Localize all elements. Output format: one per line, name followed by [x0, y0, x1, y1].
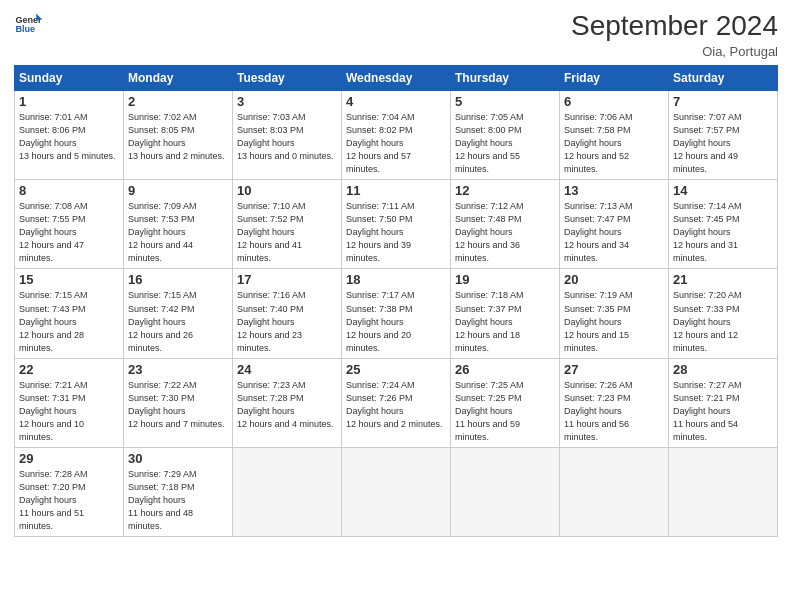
day-info: Sunrise: 7:07 AMSunset: 7:57 PMDaylight … — [673, 111, 773, 176]
calendar-week-row: 8 Sunrise: 7:08 AMSunset: 7:55 PMDayligh… — [15, 180, 778, 269]
day-info: Sunrise: 7:23 AMSunset: 7:28 PMDaylight … — [237, 379, 337, 431]
calendar-week-row: 22 Sunrise: 7:21 AMSunset: 7:31 PMDaylig… — [15, 358, 778, 447]
day-number: 19 — [455, 272, 555, 287]
day-info: Sunrise: 7:19 AMSunset: 7:35 PMDaylight … — [564, 289, 664, 354]
day-number: 12 — [455, 183, 555, 198]
day-number: 9 — [128, 183, 228, 198]
table-row: 22 Sunrise: 7:21 AMSunset: 7:31 PMDaylig… — [15, 358, 124, 447]
table-row: 18 Sunrise: 7:17 AMSunset: 7:38 PMDaylig… — [342, 269, 451, 358]
page: General Blue September 2024 Oia, Portuga… — [0, 0, 792, 612]
col-thursday: Thursday — [451, 66, 560, 91]
location: Oia, Portugal — [571, 44, 778, 59]
table-row: 11 Sunrise: 7:11 AMSunset: 7:50 PMDaylig… — [342, 180, 451, 269]
table-row: 16 Sunrise: 7:15 AMSunset: 7:42 PMDaylig… — [124, 269, 233, 358]
table-row — [669, 447, 778, 536]
table-row — [233, 447, 342, 536]
day-info: Sunrise: 7:06 AMSunset: 7:58 PMDaylight … — [564, 111, 664, 176]
day-number: 24 — [237, 362, 337, 377]
day-info: Sunrise: 7:09 AMSunset: 7:53 PMDaylight … — [128, 200, 228, 265]
day-info: Sunrise: 7:01 AMSunset: 8:06 PMDaylight … — [19, 111, 119, 163]
day-info: Sunrise: 7:08 AMSunset: 7:55 PMDaylight … — [19, 200, 119, 265]
svg-text:Blue: Blue — [15, 24, 35, 34]
table-row: 14 Sunrise: 7:14 AMSunset: 7:45 PMDaylig… — [669, 180, 778, 269]
table-row: 20 Sunrise: 7:19 AMSunset: 7:35 PMDaylig… — [560, 269, 669, 358]
table-row: 8 Sunrise: 7:08 AMSunset: 7:55 PMDayligh… — [15, 180, 124, 269]
day-number: 5 — [455, 94, 555, 109]
day-info: Sunrise: 7:04 AMSunset: 8:02 PMDaylight … — [346, 111, 446, 176]
table-row: 15 Sunrise: 7:15 AMSunset: 7:43 PMDaylig… — [15, 269, 124, 358]
day-number: 2 — [128, 94, 228, 109]
day-info: Sunrise: 7:10 AMSunset: 7:52 PMDaylight … — [237, 200, 337, 265]
day-info: Sunrise: 7:28 AMSunset: 7:20 PMDaylight … — [19, 468, 119, 533]
table-row — [342, 447, 451, 536]
day-info: Sunrise: 7:21 AMSunset: 7:31 PMDaylight … — [19, 379, 119, 444]
table-row: 27 Sunrise: 7:26 AMSunset: 7:23 PMDaylig… — [560, 358, 669, 447]
table-row: 5 Sunrise: 7:05 AMSunset: 8:00 PMDayligh… — [451, 91, 560, 180]
day-number: 14 — [673, 183, 773, 198]
table-row: 4 Sunrise: 7:04 AMSunset: 8:02 PMDayligh… — [342, 91, 451, 180]
day-info: Sunrise: 7:24 AMSunset: 7:26 PMDaylight … — [346, 379, 446, 431]
calendar-week-row: 15 Sunrise: 7:15 AMSunset: 7:43 PMDaylig… — [15, 269, 778, 358]
month-title: September 2024 — [571, 10, 778, 42]
table-row: 1 Sunrise: 7:01 AMSunset: 8:06 PMDayligh… — [15, 91, 124, 180]
day-number: 15 — [19, 272, 119, 287]
col-tuesday: Tuesday — [233, 66, 342, 91]
day-number: 3 — [237, 94, 337, 109]
calendar-header-row: Sunday Monday Tuesday Wednesday Thursday… — [15, 66, 778, 91]
day-info: Sunrise: 7:26 AMSunset: 7:23 PMDaylight … — [564, 379, 664, 444]
table-row: 21 Sunrise: 7:20 AMSunset: 7:33 PMDaylig… — [669, 269, 778, 358]
day-info: Sunrise: 7:05 AMSunset: 8:00 PMDaylight … — [455, 111, 555, 176]
calendar: Sunday Monday Tuesday Wednesday Thursday… — [14, 65, 778, 537]
day-number: 10 — [237, 183, 337, 198]
day-info: Sunrise: 7:11 AMSunset: 7:50 PMDaylight … — [346, 200, 446, 265]
calendar-week-row: 29 Sunrise: 7:28 AMSunset: 7:20 PMDaylig… — [15, 447, 778, 536]
day-info: Sunrise: 7:25 AMSunset: 7:25 PMDaylight … — [455, 379, 555, 444]
col-monday: Monday — [124, 66, 233, 91]
table-row: 17 Sunrise: 7:16 AMSunset: 7:40 PMDaylig… — [233, 269, 342, 358]
day-number: 20 — [564, 272, 664, 287]
day-number: 6 — [564, 94, 664, 109]
day-number: 30 — [128, 451, 228, 466]
col-friday: Friday — [560, 66, 669, 91]
day-number: 11 — [346, 183, 446, 198]
table-row: 2 Sunrise: 7:02 AMSunset: 8:05 PMDayligh… — [124, 91, 233, 180]
day-number: 29 — [19, 451, 119, 466]
title-area: September 2024 Oia, Portugal — [571, 10, 778, 59]
day-number: 27 — [564, 362, 664, 377]
day-number: 18 — [346, 272, 446, 287]
day-info: Sunrise: 7:12 AMSunset: 7:48 PMDaylight … — [455, 200, 555, 265]
logo-icon: General Blue — [14, 10, 42, 38]
day-info: Sunrise: 7:29 AMSunset: 7:18 PMDaylight … — [128, 468, 228, 533]
table-row: 10 Sunrise: 7:10 AMSunset: 7:52 PMDaylig… — [233, 180, 342, 269]
col-sunday: Sunday — [15, 66, 124, 91]
logo: General Blue — [14, 10, 42, 38]
day-info: Sunrise: 7:16 AMSunset: 7:40 PMDaylight … — [237, 289, 337, 354]
table-row: 12 Sunrise: 7:12 AMSunset: 7:48 PMDaylig… — [451, 180, 560, 269]
col-wednesday: Wednesday — [342, 66, 451, 91]
table-row: 3 Sunrise: 7:03 AMSunset: 8:03 PMDayligh… — [233, 91, 342, 180]
day-number: 23 — [128, 362, 228, 377]
table-row: 28 Sunrise: 7:27 AMSunset: 7:21 PMDaylig… — [669, 358, 778, 447]
table-row: 25 Sunrise: 7:24 AMSunset: 7:26 PMDaylig… — [342, 358, 451, 447]
day-info: Sunrise: 7:27 AMSunset: 7:21 PMDaylight … — [673, 379, 773, 444]
table-row: 29 Sunrise: 7:28 AMSunset: 7:20 PMDaylig… — [15, 447, 124, 536]
day-info: Sunrise: 7:03 AMSunset: 8:03 PMDaylight … — [237, 111, 337, 163]
calendar-week-row: 1 Sunrise: 7:01 AMSunset: 8:06 PMDayligh… — [15, 91, 778, 180]
day-info: Sunrise: 7:20 AMSunset: 7:33 PMDaylight … — [673, 289, 773, 354]
table-row: 30 Sunrise: 7:29 AMSunset: 7:18 PMDaylig… — [124, 447, 233, 536]
day-number: 7 — [673, 94, 773, 109]
day-number: 22 — [19, 362, 119, 377]
table-row: 7 Sunrise: 7:07 AMSunset: 7:57 PMDayligh… — [669, 91, 778, 180]
table-row: 26 Sunrise: 7:25 AMSunset: 7:25 PMDaylig… — [451, 358, 560, 447]
table-row: 23 Sunrise: 7:22 AMSunset: 7:30 PMDaylig… — [124, 358, 233, 447]
day-number: 4 — [346, 94, 446, 109]
table-row: 19 Sunrise: 7:18 AMSunset: 7:37 PMDaylig… — [451, 269, 560, 358]
day-number: 26 — [455, 362, 555, 377]
day-info: Sunrise: 7:15 AMSunset: 7:42 PMDaylight … — [128, 289, 228, 354]
day-info: Sunrise: 7:22 AMSunset: 7:30 PMDaylight … — [128, 379, 228, 431]
day-number: 13 — [564, 183, 664, 198]
table-row — [451, 447, 560, 536]
day-number: 8 — [19, 183, 119, 198]
day-info: Sunrise: 7:14 AMSunset: 7:45 PMDaylight … — [673, 200, 773, 265]
day-info: Sunrise: 7:02 AMSunset: 8:05 PMDaylight … — [128, 111, 228, 163]
